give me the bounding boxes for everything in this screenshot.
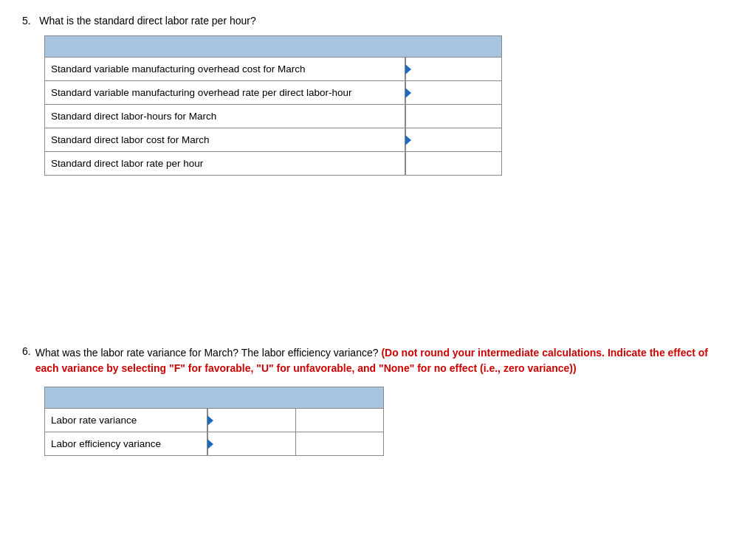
question-6-text-block: 6. What was the labor rate variance for … (22, 345, 734, 376)
question-5-number: 5. (22, 15, 31, 27)
row-input-cell-2 (405, 81, 501, 104)
triangle-marker-q6-1 (207, 415, 213, 426)
question-6-body: What was the labor rate variance for Mar… (35, 345, 734, 376)
row-input-3[interactable] (406, 105, 501, 128)
row-label-5: Standard direct labor rate per hour (45, 152, 405, 175)
question-5-text: 5. What is the standard direct labor rat… (22, 15, 734, 27)
triangle-marker-1 (405, 64, 411, 75)
question-5-block: 5. What is the standard direct labor rat… (22, 15, 734, 176)
table-row: Standard direct labor-hours for March (45, 104, 501, 128)
row-input-cell-4 (405, 128, 501, 151)
question-5-label: What is the standard direct labor rate p… (39, 15, 255, 27)
row-input-cell-q6-2a (207, 432, 295, 455)
table-row: Standard variable manufacturing overhead… (45, 57, 501, 80)
table-row: Standard direct labor cost for March (45, 128, 501, 151)
spacer (22, 198, 734, 345)
row-input-q6-1a[interactable] (208, 409, 295, 432)
row-input-cell-q6-1a (207, 409, 295, 432)
row-input-q6-2b[interactable] (296, 432, 383, 455)
triangle-marker-q6-2 (207, 439, 213, 449)
row-label-1: Standard variable manufacturing overhead… (45, 58, 405, 80)
triangle-marker-4 (405, 135, 411, 145)
table-6-header (45, 387, 383, 408)
row-input-cell-3 (405, 105, 501, 128)
question-6-table: Labor rate variance Labor efficiency var… (44, 387, 384, 456)
row-input-2[interactable] (406, 81, 501, 104)
question-6-block: 6. What was the labor rate variance for … (22, 345, 734, 456)
question-5-table: Standard variable manufacturing overhead… (44, 35, 502, 176)
triangle-marker-2 (405, 88, 411, 98)
question-6-text-plain: What was the labor rate variance for Mar… (35, 347, 379, 359)
row-input-cell-1 (405, 58, 501, 80)
table-5-header (45, 36, 501, 57)
row-input-cell-q6-1b (295, 409, 383, 432)
row-label-q6-2: Labor efficiency variance (45, 432, 207, 455)
table-row: Standard direct labor rate per hour (45, 151, 501, 175)
row-input-1[interactable] (406, 58, 501, 80)
row-label-3: Standard direct labor-hours for March (45, 105, 405, 128)
row-label-4: Standard direct labor cost for March (45, 128, 405, 151)
table-row: Labor rate variance (45, 408, 383, 432)
row-input-5[interactable] (406, 152, 501, 175)
row-input-q6-2a[interactable] (208, 432, 295, 455)
table-row: Labor efficiency variance (45, 432, 383, 455)
row-input-cell-5 (405, 152, 501, 175)
row-label-q6-1: Labor rate variance (45, 409, 207, 432)
row-label-2: Standard variable manufacturing overhead… (45, 81, 405, 104)
question-6-number: 6. (22, 345, 31, 376)
row-input-q6-1b[interactable] (296, 409, 383, 432)
row-input-cell-q6-2b (295, 432, 383, 455)
row-input-4[interactable] (406, 128, 501, 151)
table-row: Standard variable manufacturing overhead… (45, 80, 501, 104)
